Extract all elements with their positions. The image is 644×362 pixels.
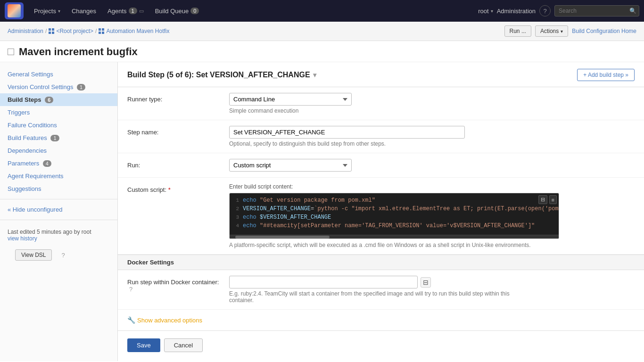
docker-browse-button[interactable]: ⊟ <box>421 277 431 288</box>
build-step-title: Build Step (5 of 6): Set VERSION_AFTER_C… <box>127 71 316 79</box>
search-input[interactable] <box>554 5 639 16</box>
docker-input-wrapper: ⊟ <box>229 276 635 288</box>
code-lines: 1 echo "Get version package from pom.xml… <box>230 193 559 235</box>
docker-help-icon[interactable]: ? <box>129 286 132 293</box>
editor-toolbar-btn1[interactable]: ⊟ <box>538 195 547 204</box>
build-step-header: Build Step (5 of 6): Set VERSION_AFTER_C… <box>118 62 644 87</box>
search-wrapper: 🔍 <box>554 5 639 16</box>
view-history-link[interactable]: view history <box>8 235 37 242</box>
code-line-2: 2 VERSION_AFTER_CHANGE=`python -c "impor… <box>230 206 559 214</box>
build-step-nav-icon[interactable]: ▾ <box>313 71 316 79</box>
nav-user[interactable]: root ▾ <box>478 8 493 15</box>
run-value: Custom script <box>229 159 635 172</box>
view-dsl-button[interactable]: View DSL <box>15 249 52 261</box>
form-section: Runner type: Command Line Simple command… <box>118 87 644 360</box>
sidebar-last-edited: Last edited 5 minutes ago by root view h… <box>0 224 117 247</box>
dsl-help-icon[interactable]: ? <box>61 252 65 259</box>
docker-run-label: Run step within Docker container: ? <box>127 276 222 293</box>
docker-section-header: Docker Settings <box>118 255 644 270</box>
runner-type-hint: Simple command execution <box>229 107 635 114</box>
sidebar-item-suggestions[interactable]: Suggestions <box>0 182 117 195</box>
horizontal-scrollbar[interactable] <box>230 235 559 239</box>
step-name-value: Optional, specify to distinguish this bu… <box>229 126 635 147</box>
form-buttons: Save Cancel <box>118 330 644 360</box>
step-name-label: Step name: <box>127 126 222 136</box>
page-title-checkbox[interactable] <box>8 49 14 55</box>
actions-button[interactable]: Actions ▾ <box>535 25 568 37</box>
breadcrumb: Administration / <Root project> / Automa… <box>8 28 170 34</box>
scrollbar-thumb <box>235 236 330 239</box>
sidebar-item-parameters[interactable]: Parameters 4 <box>0 157 117 170</box>
runner-type-value: Command Line Simple command execution <box>229 93 635 114</box>
sidebar-hide-unconfigured[interactable]: « Hide unconfigured <box>0 203 117 216</box>
sidebar-item-dependencies[interactable]: Dependencies <box>0 144 117 157</box>
sidebar-item-agent-requirements[interactable]: Agent Requirements <box>0 170 117 182</box>
runner-type-label: Runner type: <box>127 93 222 103</box>
top-navigation: Projects ▾ Changes Agents 1 ▭ Build Queu… <box>0 0 644 22</box>
sidebar-item-build-steps[interactable]: Build Steps 6 <box>0 93 117 106</box>
content-area: Build Step (5 of 6): Set VERSION_AFTER_C… <box>118 62 644 361</box>
sidebar-item-triggers[interactable]: Triggers <box>0 106 117 119</box>
runner-type-select[interactable]: Command Line <box>229 93 352 106</box>
search-icon: 🔍 <box>629 8 636 14</box>
help-icon[interactable]: ? <box>539 5 551 16</box>
breadcrumb-automation[interactable]: Automation Maven Hotfix <box>106 28 169 34</box>
form-row-run: Run: Custom script <box>118 153 644 178</box>
nav-administration[interactable]: Administration <box>497 8 536 15</box>
form-row-custom-script: Custom script: Enter build script conten… <box>118 178 644 255</box>
docker-hint: E.g. ruby:2.4. TeamCity will start a con… <box>229 290 512 304</box>
save-button[interactable]: Save <box>127 338 160 352</box>
sidebar: General Settings Version Control Setting… <box>0 62 118 361</box>
main-layout: General Settings Version Control Setting… <box>0 62 644 361</box>
editor-toolbar-btn2[interactable]: ≡ <box>549 195 557 204</box>
nav-agents[interactable]: Agents 1 ▭ <box>102 0 149 22</box>
cancel-button[interactable]: Cancel <box>164 338 203 352</box>
custom-script-label: Custom script: <box>127 183 222 193</box>
page-title-bar: Maven increment bugfix <box>0 41 644 62</box>
nav-build-queue[interactable]: Build Queue 0 <box>149 0 205 22</box>
tc-logo[interactable] <box>5 2 24 19</box>
sidebar-item-version-control-settings[interactable]: Version Control Settings 1 <box>0 81 117 93</box>
code-line-1: 1 echo "Get version package from pom.xml… <box>230 197 559 206</box>
code-line-4: 4 echo "##teamcity[setParameter name='TA… <box>230 222 559 231</box>
step-name-hint: Optional, specify to distinguish this bu… <box>229 140 635 147</box>
form-row-step-name: Step name: Optional, specify to distingu… <box>118 120 644 153</box>
step-name-input[interactable] <box>229 126 465 139</box>
page-title: Maven increment bugfix <box>19 46 138 58</box>
sidebar-divider <box>0 199 117 199</box>
run-button[interactable]: Run ... <box>504 25 531 37</box>
editor-label: Enter build script content: <box>229 183 635 190</box>
breadcrumb-root-project[interactable]: <Root project> <box>56 28 93 34</box>
editor-toolbar: ⊟ ≡ <box>538 195 557 204</box>
wrench-icon: 🔧 <box>127 316 135 324</box>
docker-image-input[interactable] <box>229 276 418 288</box>
breadcrumb-bar: Administration / <Root project> / Automa… <box>0 22 644 41</box>
breadcrumb-actions: Run ... Actions ▾ Build Configuration Ho… <box>504 25 636 37</box>
sidebar-item-failure-conditions[interactable]: Failure Conditions <box>0 119 117 132</box>
run-select[interactable]: Custom script <box>229 159 352 172</box>
script-note: A platform-specific script, which will b… <box>229 242 531 248</box>
sidebar-item-general-settings[interactable]: General Settings <box>0 68 117 81</box>
sidebar-divider2 <box>0 220 117 220</box>
run-label: Run: <box>127 159 222 169</box>
docker-run-value: ⊟ E.g. ruby:2.4. TeamCity will start a c… <box>229 276 635 304</box>
breadcrumb-administration[interactable]: Administration <box>8 28 43 34</box>
add-build-step-button[interactable]: + Add build step » <box>577 69 635 81</box>
nav-projects[interactable]: Projects ▾ <box>28 0 66 22</box>
form-row-runner-type: Runner type: Command Line Simple command… <box>118 87 644 120</box>
config-home-link[interactable]: Build Configuration Home <box>572 28 636 34</box>
custom-script-value: Enter build script content: ⊟ ≡ 1 echo "… <box>229 183 635 248</box>
breadcrumb-grid-icon2 <box>99 28 104 34</box>
form-row-docker: Run step within Docker container: ? ⊟ E.… <box>118 270 644 310</box>
advanced-options-row: 🔧 Show advanced options <box>118 310 644 330</box>
script-editor[interactable]: ⊟ ≡ 1 echo "Get version package from pom… <box>229 193 559 239</box>
code-line-3: 3 echo $VERSION_AFTER_CHANGE <box>230 214 559 222</box>
sidebar-item-build-features[interactable]: Build Features 1 <box>0 132 117 144</box>
show-advanced-link[interactable]: 🔧 Show advanced options <box>127 316 635 324</box>
nav-changes[interactable]: Changes <box>66 0 102 22</box>
breadcrumb-grid-icon <box>49 28 54 34</box>
